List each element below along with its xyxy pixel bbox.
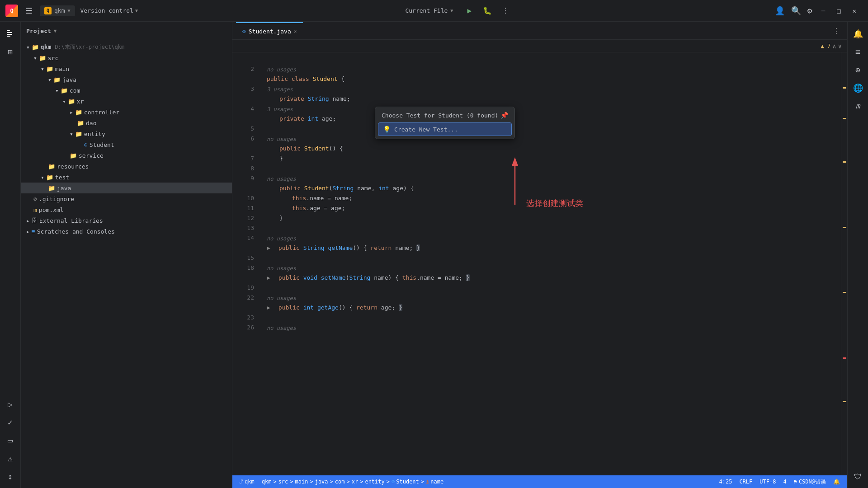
debug-button[interactable]: 🐛: [481, 5, 494, 17]
settings-icon[interactable]: ⚙: [807, 6, 812, 15]
tree-item-main[interactable]: ▾ 📁 main: [21, 63, 232, 74]
svg-rect-2: [7, 34, 12, 35]
java-file-icon: ⊙: [242, 28, 246, 35]
collapse-warnings-button[interactable]: ∨: [838, 42, 842, 50]
current-file-btn[interactable]: Current File ▼: [401, 5, 458, 16]
tree-item-service[interactable]: 📁 service: [21, 150, 232, 161]
run-button[interactable]: ▶: [463, 5, 476, 17]
status-branch[interactable]: ⑀ qkm: [236, 475, 258, 488]
console-icon: ≡: [32, 228, 35, 235]
tree-item-resources[interactable]: 📁 resources: [21, 161, 232, 172]
code-line: [267, 253, 841, 263]
scrollbar-marker: [843, 292, 846, 293]
tree-item-src[interactable]: ▾ 📁 src: [21, 52, 232, 63]
breadcrumb-src: src: [278, 479, 288, 485]
svg-rect-0: [7, 30, 10, 31]
right-notifications[interactable]: 🔔: [850, 25, 866, 42]
tab-more-button[interactable]: ⋮: [829, 22, 844, 39]
chevron-down-icon: ▾: [62, 98, 66, 105]
right-sidebar: 🔔 ≡ ⊕ 🌐 m 🛡: [847, 22, 868, 488]
tree-item-controller[interactable]: ▸ 📁 controller: [21, 107, 232, 117]
folder-icon: 📁: [48, 163, 55, 170]
code-hint: 3 usages: [267, 85, 841, 94]
titlebar-right: 👤 🔍 ⚙ ─ □ ✕: [775, 6, 863, 15]
tab-close-button[interactable]: ✕: [294, 28, 297, 34]
status-right: 4:25 CRLF UTF-8 4 ⚑ CSDN@错误 🔔: [715, 478, 844, 486]
close-button[interactable]: ✕: [850, 6, 859, 15]
editor-scrollbar[interactable]: [841, 52, 847, 488]
bulb-icon: 💡: [383, 126, 391, 133]
activity-terminal[interactable]: ▭: [2, 432, 19, 448]
right-web[interactable]: 🌐: [850, 80, 866, 96]
tab-student-java[interactable]: ⊙ Student.java ✕: [236, 22, 303, 39]
hamburger-menu[interactable]: ☰: [24, 4, 34, 17]
status-position[interactable]: 4:25: [715, 479, 736, 485]
folder-icon: 📁: [70, 152, 77, 159]
code-line: [267, 313, 841, 323]
folder-icon: 📁: [75, 109, 82, 116]
right-m[interactable]: m: [850, 98, 866, 114]
editor-content[interactable]: 2 3 4 5 6 7 8 9 10 11 12 13 14 15: [232, 52, 847, 488]
code-editor[interactable]: no usages public class Student { 3 usage…: [259, 52, 841, 488]
tree-item-xr[interactable]: ▾ 📁 xr: [21, 96, 232, 107]
status-csdn[interactable]: ⚑ CSDN@错误: [790, 478, 830, 486]
version-control-btn[interactable]: Version control ▼: [80, 7, 138, 14]
tree-item-test[interactable]: ▾ 📁 test: [21, 172, 232, 183]
tree-item-scratches[interactable]: ▸ ≡ Scratches and Consoles: [21, 226, 232, 237]
code-hint: no usages: [267, 174, 841, 183]
popup-pin-button[interactable]: 📌: [500, 112, 508, 119]
create-test-label: Create New Test...: [394, 126, 458, 133]
expand-warnings-button[interactable]: ∧: [832, 42, 836, 50]
code-hint: no usages: [267, 324, 841, 333]
status-line-ending[interactable]: CRLF: [736, 479, 756, 485]
maximize-button[interactable]: □: [834, 6, 843, 15]
scrollbar-marker: [843, 118, 846, 119]
tree-item-student[interactable]: ⊙ Student: [21, 139, 232, 150]
scrollbar-marker: [843, 87, 846, 89]
fold-arrow[interactable]: ▶: [267, 243, 270, 253]
right-structure[interactable]: ≡: [850, 43, 866, 60]
right-shield[interactable]: 🛡: [850, 468, 866, 484]
tree-item-pom[interactable]: m pom.xml: [21, 204, 232, 215]
right-plugins[interactable]: ⊕: [850, 61, 866, 78]
chevron-down-icon: ▾: [41, 66, 44, 72]
create-new-test-item[interactable]: 💡 Create New Test...: [378, 122, 512, 136]
status-notifications-icon[interactable]: 🔔: [830, 479, 844, 485]
fold-arrow[interactable]: ▶: [267, 303, 270, 313]
scrollbar-marker: [843, 357, 846, 359]
activity-run[interactable]: ▷: [2, 396, 19, 412]
activity-todo[interactable]: ✓: [2, 414, 19, 430]
status-breadcrumb[interactable]: qkm > src > main > java > com > xr > ent…: [258, 475, 448, 488]
activity-plugins[interactable]: ⊞: [2, 43, 19, 60]
tree-item-java-test[interactable]: 📁 java: [21, 183, 232, 193]
tree-item-java-main[interactable]: ▾ 📁 java: [21, 74, 232, 85]
popup-header: Choose Test for Student (0 found) 📌: [378, 110, 512, 122]
code-hint: no usages: [267, 294, 841, 303]
project-header[interactable]: Project ▼: [21, 22, 232, 40]
code-line: public Student() {: [267, 144, 841, 154]
activity-files[interactable]: [2, 25, 19, 42]
tab-label: Student.java: [249, 28, 291, 35]
tree-item-qkm[interactable]: ▾ 📁 qkm D:\来面\xr-project\qkm: [21, 42, 232, 52]
more-options-button[interactable]: ⋮: [499, 5, 512, 17]
tree-item-com[interactable]: ▾ 📁 com: [21, 85, 232, 96]
chevron-down-icon: ▾: [48, 76, 52, 83]
code-hint: no usages: [267, 135, 841, 144]
tree-item-dao[interactable]: 📁 dao: [21, 117, 232, 128]
search-icon[interactable]: 🔍: [791, 6, 801, 15]
status-encoding[interactable]: UTF-8: [756, 479, 779, 485]
minimize-button[interactable]: ─: [819, 6, 828, 15]
chevron-down-icon: ▾: [70, 131, 73, 137]
project-selector[interactable]: Q qkm ▼: [40, 5, 75, 16]
project-name: qkm: [54, 7, 65, 14]
warning-bar: ▲ 7 ∧ ∨: [232, 40, 847, 52]
tree-item-gitignore[interactable]: ⊘ .gitignore: [21, 193, 232, 204]
tree-item-entity[interactable]: ▾ 📁 entity: [21, 128, 232, 139]
activity-problems[interactable]: ⚠: [2, 450, 19, 466]
profile-icon[interactable]: 👤: [775, 6, 785, 15]
status-indent[interactable]: 4: [779, 479, 790, 485]
fold-arrow[interactable]: ▶: [267, 273, 270, 283]
code-line: private String name;: [267, 94, 841, 104]
activity-git[interactable]: ↕: [2, 468, 19, 484]
tree-item-external-libs[interactable]: ▸ 🗄 External Libraries: [21, 215, 232, 226]
